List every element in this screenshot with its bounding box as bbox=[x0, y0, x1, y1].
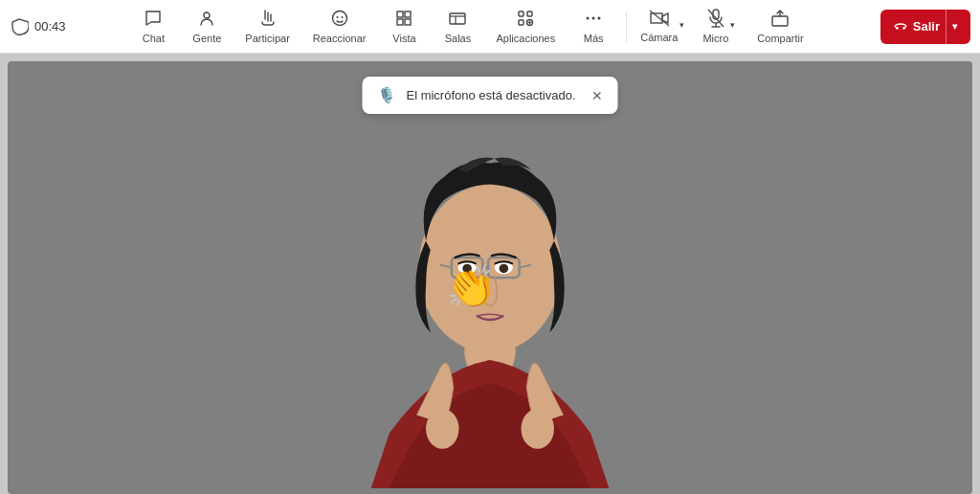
toolbar-participar[interactable]: Participar bbox=[235, 4, 299, 50]
aplicaciones-label: Aplicaciones bbox=[496, 33, 555, 44]
svg-point-33 bbox=[500, 264, 509, 274]
participar-icon bbox=[258, 9, 278, 31]
svg-rect-21 bbox=[772, 16, 788, 26]
chat-icon bbox=[144, 9, 163, 31]
camera-col: Cámara bbox=[640, 10, 678, 43]
toolbar-reaccionar[interactable]: Reaccionar bbox=[303, 4, 376, 50]
leave-label: Salir bbox=[913, 19, 940, 34]
micro-col: Micro bbox=[702, 9, 728, 44]
micro-icon bbox=[707, 9, 724, 31]
camera-icon bbox=[649, 10, 670, 30]
svg-point-1 bbox=[332, 11, 346, 26]
leave-phone-icon bbox=[894, 20, 907, 34]
micro-label: Micro bbox=[702, 33, 728, 44]
svg-rect-9 bbox=[519, 11, 523, 16]
aplicaciones-icon bbox=[516, 9, 535, 31]
gente-icon bbox=[197, 9, 216, 31]
svg-rect-5 bbox=[405, 11, 411, 17]
participar-label: Participar bbox=[245, 33, 289, 44]
svg-rect-10 bbox=[527, 11, 532, 16]
toolbar-compartir[interactable]: Compartir bbox=[747, 4, 813, 50]
clap-emoji: 👏 bbox=[446, 263, 496, 310]
main-content: 🎙️ El micrófono está desactivado. ✕ bbox=[0, 54, 980, 494]
svg-point-3 bbox=[341, 16, 343, 18]
avatar-container: 👏 bbox=[8, 61, 972, 494]
svg-point-2 bbox=[336, 16, 338, 18]
vista-icon bbox=[394, 9, 413, 31]
svg-point-35 bbox=[522, 409, 554, 449]
leave-dropdown-arrow[interactable]: ▾ bbox=[946, 10, 957, 44]
toolbar-chat[interactable]: Chat bbox=[128, 4, 178, 50]
svg-rect-7 bbox=[405, 19, 411, 25]
reaccionar-icon bbox=[330, 9, 349, 31]
mas-icon bbox=[584, 9, 603, 31]
svg-rect-11 bbox=[519, 20, 523, 25]
toolbar-vista[interactable]: Vista bbox=[379, 4, 429, 50]
mic-banner-icon: 🎙️ bbox=[377, 86, 396, 104]
topbar-left: 00:43 bbox=[10, 17, 86, 36]
svg-point-15 bbox=[598, 17, 601, 20]
svg-point-14 bbox=[592, 17, 595, 20]
svg-rect-6 bbox=[397, 19, 403, 25]
toolbar-aplicaciones[interactable]: Aplicaciones bbox=[486, 4, 565, 50]
mas-label: Más bbox=[584, 33, 604, 44]
shield-icon bbox=[10, 17, 29, 36]
toolbar-micro[interactable]: Micro ▾ bbox=[694, 4, 744, 50]
toolbar-camera[interactable]: Cámara ▾ bbox=[635, 4, 690, 50]
salas-icon bbox=[448, 9, 467, 31]
topbar: 00:43 Chat Gente Participar bbox=[0, 0, 980, 54]
salas-label: Salas bbox=[445, 33, 472, 44]
reaccionar-label: Reaccionar bbox=[313, 33, 367, 44]
camera-dropdown-arrow[interactable]: ▾ bbox=[678, 20, 684, 34]
mic-banner-close-button[interactable]: ✕ bbox=[591, 89, 603, 102]
svg-point-34 bbox=[426, 409, 458, 449]
mic-banner-text: El micrófono está desactivado. bbox=[406, 88, 575, 102]
gente-label: Gente bbox=[192, 33, 221, 44]
leave-button[interactable]: Salir ▾ bbox=[880, 10, 970, 44]
topbar-right: Salir ▾ bbox=[856, 10, 970, 44]
svg-rect-4 bbox=[397, 11, 403, 17]
compartir-label: Compartir bbox=[757, 33, 803, 44]
toolbar-mas[interactable]: Más bbox=[568, 4, 618, 50]
video-area: 🎙️ El micrófono está desactivado. ✕ bbox=[8, 61, 972, 494]
timer-display: 00:43 bbox=[34, 19, 66, 34]
toolbar: Chat Gente Participar Reaccionar bbox=[86, 4, 856, 50]
vista-label: Vista bbox=[392, 33, 415, 44]
compartir-icon bbox=[770, 9, 790, 31]
camera-label: Cámara bbox=[640, 32, 678, 43]
svg-point-13 bbox=[587, 17, 590, 20]
toolbar-gente[interactable]: Gente bbox=[182, 4, 232, 50]
svg-point-0 bbox=[204, 12, 210, 18]
micro-dropdown-arrow[interactable]: ▾ bbox=[728, 20, 735, 34]
toolbar-salas[interactable]: Salas bbox=[433, 4, 482, 50]
mic-banner: 🎙️ El micrófono está desactivado. ✕ bbox=[362, 77, 617, 114]
chat-label: Chat bbox=[143, 33, 165, 44]
svg-rect-8 bbox=[450, 13, 465, 24]
separator bbox=[626, 11, 627, 42]
